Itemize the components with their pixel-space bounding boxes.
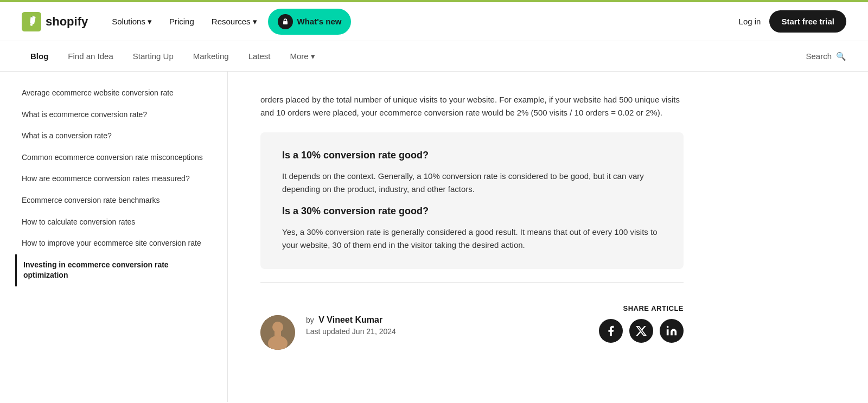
sidebar: Average ecommerce website conversion rat… [0, 72, 228, 402]
blog-nav-latest[interactable]: Latest [240, 47, 279, 65]
whats-new-button[interactable]: What's new [268, 9, 352, 35]
article-wrapper: orders placed by the total number of uni… [228, 72, 868, 402]
nav-pricing[interactable]: Pricing [163, 12, 201, 30]
sidebar-item-4[interactable]: Common ecommerce conversion rate misconc… [22, 147, 206, 169]
twitter-share-button[interactable] [629, 319, 653, 343]
faq1-answer: It depends on the context. Generally, a … [282, 170, 662, 196]
blog-nav-find-idea[interactable]: Find an Idea [59, 47, 122, 65]
blog-search[interactable]: Search 🔍 [806, 52, 846, 61]
login-button[interactable]: Log in [739, 17, 761, 26]
shopify-logo-icon [22, 12, 41, 31]
svg-point-7 [667, 326, 669, 328]
share-icons [599, 319, 684, 343]
share-section: SHARE ARTICLE [575, 304, 684, 343]
main-nav: shopify Solutions ▾ Pricing Resources ▾ … [0, 2, 868, 41]
svg-rect-6 [275, 330, 281, 336]
lock-icon [278, 14, 293, 29]
linkedin-share-button[interactable] [660, 319, 684, 343]
sidebar-item-7[interactable]: How to calculate conversion rates [22, 212, 206, 233]
svg-point-1 [30, 23, 33, 26]
faq1-question: Is a 10% conversion rate good? [282, 150, 662, 161]
nav-resources[interactable]: Resources ▾ [205, 12, 264, 31]
author-info: by V Vineet Kumar Last updated Jun 21, 2… [306, 315, 396, 336]
author-avatar [260, 315, 295, 350]
logo[interactable]: shopify [22, 12, 88, 31]
blog-nav-blog[interactable]: Blog [22, 47, 57, 65]
faq-box-1: Is a 10% conversion rate good? It depend… [260, 132, 684, 269]
chevron-down-icon: ▾ [148, 17, 152, 27]
author-by-label: by [306, 316, 314, 324]
author-date: Last updated Jun 21, 2024 [306, 327, 396, 336]
search-icon: 🔍 [836, 52, 846, 61]
nav-solutions[interactable]: Solutions ▾ [105, 12, 158, 31]
sidebar-item-6[interactable]: Ecommerce conversion rate benchmarks [22, 190, 206, 212]
chevron-down-icon: ▾ [311, 52, 315, 61]
blog-nav-starting-up[interactable]: Starting Up [124, 47, 182, 65]
chevron-down-icon: ▾ [253, 17, 257, 27]
sidebar-item-1[interactable]: Average ecommerce website conversion rat… [22, 82, 206, 104]
author-share-row: by V Vineet Kumar Last updated Jun 21, 2… [260, 296, 684, 369]
faq2-question: Is a 30% conversion rate good? [282, 206, 662, 217]
intro-paragraph: orders placed by the total number of uni… [260, 93, 684, 119]
sidebar-item-8[interactable]: How to improve your ecommerce site conve… [22, 233, 206, 254]
logo-text: shopify [46, 15, 88, 29]
blog-nav-more[interactable]: More ▾ [282, 47, 324, 66]
sidebar-item-3[interactable]: What is a conversion rate? [22, 125, 206, 147]
svg-rect-2 [283, 21, 288, 24]
blog-nav: Blog Find an Idea Starting Up Marketing … [0, 41, 868, 72]
facebook-share-button[interactable] [599, 319, 623, 343]
author-section: by V Vineet Kumar Last updated Jun 21, 2… [260, 304, 396, 361]
sidebar-item-9[interactable]: Investing in ecommerce conversion rate o… [15, 254, 206, 286]
author-name: V Vineet Kumar [318, 315, 382, 324]
article-content: orders placed by the total number of uni… [228, 82, 716, 391]
nav-right: Log in Start free trial [739, 10, 846, 33]
sidebar-item-5[interactable]: How are ecommerce conversion rates measu… [22, 168, 206, 190]
start-trial-button[interactable]: Start free trial [769, 10, 846, 33]
nav-links: Solutions ▾ Pricing Resources ▾ What's n… [105, 9, 738, 35]
sidebar-item-2[interactable]: What is ecommerce conversion rate? [22, 104, 206, 126]
blog-nav-marketing[interactable]: Marketing [184, 47, 238, 65]
article-divider [260, 282, 684, 283]
author-by-name: by V Vineet Kumar [306, 315, 396, 325]
faq2-answer: Yes, a 30% conversion rate is generally … [282, 226, 662, 252]
main-content: Average ecommerce website conversion rat… [0, 72, 868, 402]
blog-nav-links: Blog Find an Idea Starting Up Marketing … [22, 47, 806, 66]
share-title: SHARE ARTICLE [623, 304, 684, 312]
